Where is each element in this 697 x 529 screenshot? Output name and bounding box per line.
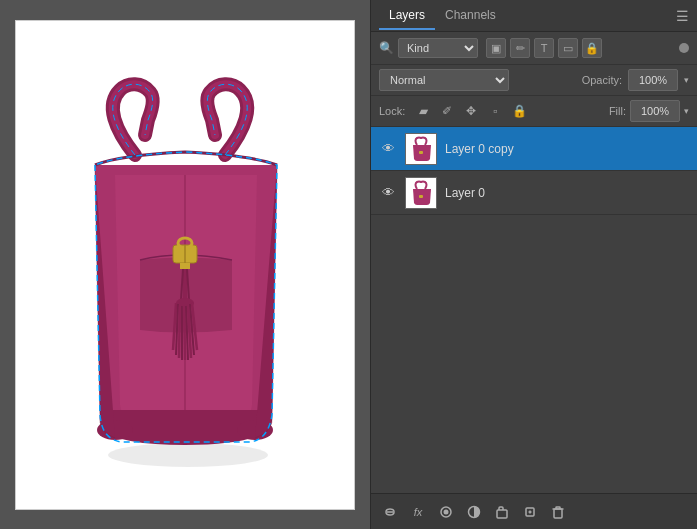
filter-adjustment-button[interactable]: ✏ [510, 38, 530, 58]
svg-point-26 [444, 509, 449, 514]
filter-pixel-button[interactable]: ▣ [486, 38, 506, 58]
svg-rect-22 [419, 151, 423, 154]
filter-toggle-dot[interactable] [679, 43, 689, 53]
tab-bar: Layers Channels ☰ [371, 0, 697, 32]
svg-line-11 [176, 304, 178, 355]
blend-mode-dropdown[interactable]: Normal [379, 69, 509, 91]
svg-line-17 [190, 304, 194, 355]
layer-item[interactable]: 👁 Layer 0 copy [371, 127, 697, 171]
new-layer-button[interactable] [519, 501, 541, 523]
layer-name: Layer 0 copy [445, 142, 689, 156]
svg-rect-28 [497, 510, 507, 518]
svg-line-7 [181, 269, 183, 300]
tab-channels[interactable]: Channels [435, 2, 506, 30]
bag-illustration [40, 60, 330, 470]
blend-mode-row: Normal Opacity: 100% ▾ [371, 65, 697, 96]
svg-line-15 [186, 306, 188, 360]
fill-label: Fill: [609, 105, 626, 117]
svg-rect-3 [178, 238, 192, 248]
layer-thumbnail [405, 177, 437, 209]
opacity-value[interactable]: 100% [628, 69, 678, 91]
canvas-image [15, 20, 355, 510]
svg-point-19 [97, 420, 133, 440]
canvas-document[interactable] [15, 20, 355, 510]
filter-smart-button[interactable]: 🔒 [582, 38, 602, 58]
lock-label: Lock: [379, 105, 405, 117]
create-group-button[interactable] [491, 501, 513, 523]
svg-point-9 [176, 298, 194, 308]
layer-name: Layer 0 [445, 186, 689, 200]
lock-artboard-button[interactable]: ▫ [485, 101, 505, 121]
filter-row: 🔍 Kind ▣ ✏ T ▭ 🔒 [371, 32, 697, 65]
filter-shape-button[interactable]: ▭ [558, 38, 578, 58]
add-mask-button[interactable] [435, 501, 457, 523]
svg-rect-5 [180, 263, 190, 269]
svg-point-20 [237, 420, 273, 440]
filter-kind-dropdown[interactable]: Kind [398, 38, 478, 58]
svg-line-12 [179, 305, 180, 358]
svg-line-16 [188, 305, 191, 358]
layer-item[interactable]: 👁 Layer 0 [371, 171, 697, 215]
canvas-area [0, 0, 370, 529]
search-icon: 🔍 [379, 41, 394, 55]
layer-thumbnail [405, 133, 437, 165]
filter-icons: ▣ ✏ T ▭ 🔒 [486, 38, 602, 58]
svg-rect-24 [419, 195, 423, 198]
svg-point-0 [108, 443, 268, 467]
svg-line-10 [173, 303, 176, 350]
opacity-chevron[interactable]: ▾ [684, 75, 689, 85]
add-adjustment-button[interactable] [463, 501, 485, 523]
layer-visibility-toggle[interactable]: 👁 [379, 184, 397, 202]
panel-menu-button[interactable]: ☰ [676, 8, 689, 24]
lock-all-button[interactable]: 🔒 [509, 101, 529, 121]
fill-chevron[interactable]: ▾ [684, 106, 689, 116]
layer-visibility-toggle[interactable]: 👁 [379, 140, 397, 158]
lock-transparent-button[interactable]: ▰ [413, 101, 433, 121]
lock-row: Lock: ▰ ✐ ✥ ▫ 🔒 Fill: 100% ▾ [371, 96, 697, 127]
filter-type-button[interactable]: T [534, 38, 554, 58]
svg-line-18 [192, 303, 197, 350]
fill-value[interactable]: 100% [630, 100, 680, 122]
delete-layer-button[interactable] [547, 501, 569, 523]
svg-rect-2 [173, 245, 197, 263]
panels-area: » Layers Channels ☰ 🔍 Kind ▣ ✏ T ▭ 🔒 Nor… [370, 0, 697, 529]
svg-line-14 [184, 306, 185, 360]
link-layers-button[interactable] [379, 501, 401, 523]
bottom-toolbar: fx [371, 493, 697, 529]
lock-position-button[interactable]: ✥ [461, 101, 481, 121]
svg-line-8 [187, 269, 189, 300]
lock-image-button[interactable]: ✐ [437, 101, 457, 121]
layers-list: 👁 Layer 0 copy 👁 [371, 127, 697, 493]
tab-layers[interactable]: Layers [379, 2, 435, 30]
opacity-label: Opacity: [582, 74, 622, 86]
svg-rect-32 [554, 509, 562, 518]
fx-button[interactable]: fx [407, 501, 429, 523]
